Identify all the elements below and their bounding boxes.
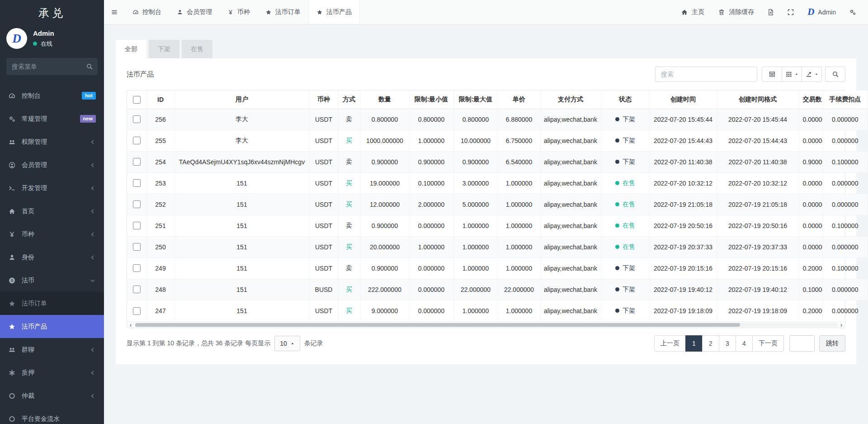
settings-gears-button[interactable] — [843, 0, 863, 24]
page-jump-button[interactable]: 跳转 — [819, 335, 845, 352]
row-checkbox[interactable] — [133, 179, 141, 187]
export-button[interactable] — [802, 67, 822, 82]
sidebar-item-identity[interactable]: 身份 — [0, 246, 104, 269]
cell-fee: 0.000000 — [822, 109, 868, 130]
cell-price: 1.000000 — [498, 236, 540, 257]
cell-amount: 0.900000 — [360, 257, 409, 279]
status-badge: 下架 — [615, 137, 635, 145]
sidebar-item-fiat-order[interactable]: 法币订单 — [0, 292, 104, 315]
sidebar-item-pledge[interactable]: 质押 — [0, 361, 104, 384]
page-button-2[interactable]: 2 — [702, 335, 719, 352]
cell-amount: 1000.000000 — [360, 130, 409, 151]
row-checkbox[interactable] — [133, 200, 141, 208]
scrollbar-thumb[interactable] — [135, 323, 740, 327]
cell-coin: USDT — [310, 257, 338, 279]
cell-side: 买 — [338, 172, 360, 194]
cell-pay-methods: alipay,wechat,bank — [540, 151, 601, 172]
scrollbar-track[interactable] — [134, 323, 838, 327]
cell-price: 1.000000 — [498, 194, 540, 215]
row-checkbox[interactable] — [133, 264, 141, 272]
nav-tab-console[interactable]: 控制台 — [125, 0, 169, 24]
page-button-1[interactable]: 1 — [685, 335, 703, 352]
sidebar-item-home[interactable]: 首页 — [0, 200, 104, 223]
sidebar-item-arbitration[interactable]: 仲裁 — [0, 384, 104, 407]
row-checkbox[interactable] — [133, 137, 141, 144]
cell-status: 在售 — [601, 215, 650, 236]
badge-hot: hot — [82, 92, 96, 100]
star-icon — [316, 9, 323, 15]
panel: 法币产品 ID用户币种方式数量限制:最小值限制:最大值单价支付方式状态创建时间创… — [116, 58, 856, 364]
row-checkbox[interactable] — [133, 158, 141, 166]
caret-down-icon — [814, 72, 819, 76]
table-row: 248151BUSD买222.0000000.00000022.00000022… — [127, 279, 868, 300]
columns-button[interactable] — [782, 67, 802, 82]
cell-max-limit: 1.000000 — [453, 215, 498, 236]
cell-min-limit: 0.100000 — [409, 172, 453, 194]
row-checkbox[interactable] — [133, 243, 141, 251]
sidebar-item-general[interactable]: 常规管理new — [0, 107, 104, 130]
cell-coin: BUSD — [310, 279, 338, 300]
nav-tab-coin[interactable]: 币种 — [220, 0, 258, 24]
sidebar-search-input[interactable] — [6, 58, 98, 75]
row-checkbox[interactable] — [133, 307, 141, 315]
table-search-input[interactable] — [655, 67, 757, 82]
cell-created-time: 2022-07-19 19:18:09 — [650, 300, 717, 321]
search-icon — [832, 71, 839, 78]
page-button-3[interactable]: 3 — [719, 335, 736, 352]
scroll-left-icon[interactable]: ‹ — [127, 322, 134, 328]
language-file-button[interactable] — [761, 0, 781, 24]
status-dot-icon — [615, 224, 619, 228]
navbar-right: 主页 清除缓存 DAdmin — [674, 0, 868, 24]
cell-max-limit: 1.000000 — [453, 300, 498, 321]
filter-tab-off-shelf[interactable]: 下架 — [149, 40, 179, 58]
sidebar-item-console[interactable]: 控制台hot — [0, 84, 104, 107]
sidebar-item-auth[interactable]: 权限管理 — [0, 130, 104, 153]
cell-amount: 222.000000 — [360, 279, 409, 300]
sidebar-item-platform-flow[interactable]: 平台资金流水 — [0, 407, 104, 424]
row-checkbox[interactable] — [133, 222, 141, 229]
detail-view-button[interactable] — [762, 67, 782, 82]
sidebar-item-fiat[interactable]: S法币 — [0, 269, 104, 292]
table-row: 254TAeQd4ASejmU4XY1sqJ6xv44szmNjMHcgvUSD… — [127, 151, 868, 172]
prev-page-button[interactable]: 上一页 — [654, 335, 686, 352]
clear-cache-link[interactable]: 清除缓存 — [711, 0, 761, 24]
search-button[interactable] — [825, 67, 845, 82]
filter-tab-on-sale[interactable]: 在售 — [182, 40, 212, 58]
row-checkbox[interactable] — [133, 115, 141, 123]
table-row: 255李大USDT买1000.0000001.00000010.0000006.… — [127, 130, 868, 151]
cell-min-limit: 0.000000 — [409, 215, 453, 236]
sidebar-item-coin[interactable]: 币种 — [0, 223, 104, 246]
nav-tab-fiat-order[interactable]: 法币订单 — [258, 0, 308, 24]
cell-coin: USDT — [310, 300, 338, 321]
circle-icon — [8, 392, 16, 400]
cell-fee: 0.100000 — [822, 151, 868, 172]
status-dot-icon — [615, 202, 619, 206]
select-all-checkbox[interactable] — [133, 96, 141, 104]
home-link[interactable]: 主页 — [674, 0, 711, 24]
cell-coin: USDT — [310, 151, 338, 172]
cell-side: 卖 — [338, 257, 360, 279]
nav-tab-member[interactable]: 会员管理 — [169, 0, 220, 24]
cell-side: 买 — [338, 236, 360, 257]
cell-created-time: 2022-07-20 11:40:38 — [650, 151, 717, 172]
nav-tab-fiat-product[interactable]: 法币产品 — [308, 0, 360, 24]
fullscreen-button[interactable] — [781, 0, 801, 24]
page-size-dropdown[interactable]: 10 — [274, 336, 300, 351]
table-row: 256李大USDT卖0.8000000.8000000.8000006.8800… — [127, 109, 868, 130]
avatar[interactable]: D — [6, 28, 27, 49]
navbar-admin[interactable]: DAdmin — [801, 0, 843, 24]
filter-tab-all[interactable]: 全部 — [116, 40, 146, 58]
next-page-button[interactable]: 下一页 — [752, 335, 784, 352]
hamburger-icon[interactable] — [104, 0, 125, 24]
sidebar-item-group-chat[interactable]: 群聊 — [0, 338, 104, 361]
sidebar-item-fiat-product[interactable]: 法币产品 — [0, 315, 104, 338]
chevron-down-icon — [90, 277, 96, 284]
sidebar-item-member[interactable]: 会员管理 — [0, 153, 104, 176]
page-button-4[interactable]: 4 — [736, 335, 753, 352]
cell-user: 151 — [174, 257, 310, 279]
cell-max-limit: 0.900000 — [453, 151, 498, 172]
sidebar-item-dev[interactable]: 开发管理 — [0, 176, 104, 200]
scroll-right-icon[interactable]: › — [838, 322, 845, 328]
row-checkbox[interactable] — [133, 286, 141, 293]
page-jump-input[interactable] — [789, 335, 815, 352]
